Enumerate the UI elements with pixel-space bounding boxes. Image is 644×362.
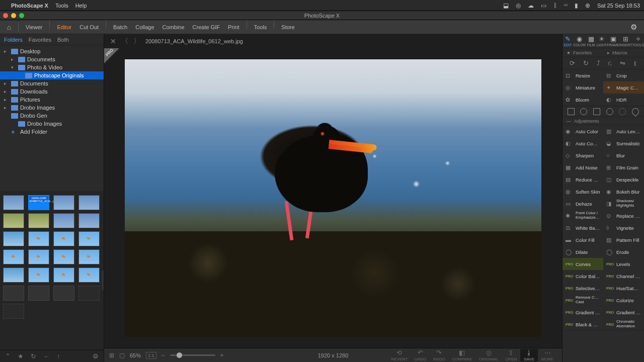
thumbnail[interactable] bbox=[3, 249, 24, 264]
thumbnail[interactable] bbox=[3, 231, 24, 246]
window-maximize-button[interactable] bbox=[19, 13, 24, 18]
dropbox-icon[interactable]: ⬓ bbox=[503, 2, 509, 9]
toolbar-tab-store[interactable]: Store bbox=[277, 20, 298, 34]
tool-miniature[interactable]: ◎Miniature bbox=[562, 81, 603, 94]
right-tab-film[interactable]: ▦FILM bbox=[586, 34, 596, 48]
star-icon[interactable]: ★ bbox=[18, 352, 24, 360]
zoom-percent[interactable]: 65% bbox=[130, 352, 141, 358]
toolbar-tab-create-gif[interactable]: Create GIF bbox=[189, 20, 224, 34]
thumbnail[interactable] bbox=[3, 213, 24, 228]
thumbnail[interactable] bbox=[53, 249, 74, 264]
tool-add-noise[interactable]: ▦Add Noise bbox=[562, 161, 603, 173]
tool-bloom[interactable]: ✿Bloom bbox=[562, 94, 603, 106]
thumbnail[interactable]: 1920x128020080713_ACA...jpg bbox=[28, 195, 49, 210]
thumbnail[interactable] bbox=[28, 267, 49, 283]
thumbnail[interactable] bbox=[78, 231, 100, 246]
sync-icon[interactable]: ◎ bbox=[516, 2, 521, 9]
transform-icon-0[interactable]: ⟳ bbox=[570, 59, 575, 67]
tree-item-documents[interactable]: ▸Documents bbox=[0, 79, 104, 87]
tool-hue-saturation[interactable]: PROHue/Saturation bbox=[603, 282, 644, 294]
thumbnail[interactable] bbox=[78, 213, 100, 228]
tab-both[interactable]: Both bbox=[57, 37, 69, 43]
app-menu[interactable]: PhotoScape X bbox=[11, 3, 48, 9]
transform-icon-4[interactable]: ⇋ bbox=[620, 59, 625, 67]
wifi-icon[interactable]: ⌔ bbox=[564, 2, 568, 9]
sort-icon[interactable]: ⌃ bbox=[5, 352, 11, 360]
right-tab-color[interactable]: ◉COLOR bbox=[573, 34, 586, 48]
tool-crop[interactable]: ⊟Crop bbox=[603, 69, 644, 81]
tool-curves[interactable]: PROCurves bbox=[562, 258, 603, 270]
revert-button[interactable]: ⟲REVERT bbox=[387, 349, 411, 361]
compare-button[interactable]: ◧COMPARE bbox=[448, 349, 475, 361]
tool-gradient-fill[interactable]: PROGradient Fill bbox=[562, 306, 603, 318]
up-icon[interactable]: ↑ bbox=[57, 352, 60, 360]
toolbar-tab-tools[interactable]: Tools bbox=[250, 20, 271, 34]
tool-levels[interactable]: PROLevels bbox=[603, 258, 644, 270]
zoom-slider[interactable] bbox=[170, 354, 215, 356]
spotlight-icon[interactable]: ⊕ bbox=[585, 2, 590, 9]
more-button[interactable]: ⋯MORE bbox=[538, 349, 557, 361]
right-tab-tools[interactable]: ✧TOOLS bbox=[632, 34, 644, 48]
panel-collapse-handle[interactable]: ◂ bbox=[102, 270, 104, 291]
redo-button[interactable]: ↷REDO bbox=[430, 349, 448, 361]
thumbnail[interactable] bbox=[3, 267, 24, 283]
home-icon[interactable]: ⌂ bbox=[3, 21, 15, 33]
right-tab-frame[interactable]: ▣FRAME bbox=[607, 34, 619, 48]
refresh-icon[interactable]: ↻ bbox=[31, 352, 36, 360]
favorites-toggle[interactable]: ★Favorites bbox=[562, 50, 603, 55]
toolbar-tab-cut-out[interactable]: Cut Out bbox=[75, 20, 103, 34]
bluetooth-icon[interactable]: ᛒ bbox=[553, 2, 557, 9]
tool-vignette[interactable]: ◊Vignette bbox=[603, 222, 644, 234]
tool-auto-levels[interactable]: ▥Auto Levels bbox=[603, 125, 644, 137]
thumbnail[interactable] bbox=[3, 286, 24, 301]
adjustments-header[interactable]: —Adjustments bbox=[562, 117, 644, 125]
close-file-icon[interactable]: ✕ bbox=[110, 37, 116, 45]
thumbnail[interactable] bbox=[53, 231, 74, 246]
thumbnail[interactable] bbox=[28, 249, 49, 264]
thumbnail[interactable] bbox=[3, 195, 24, 210]
tool-dehaze[interactable]: ▭Dehaze bbox=[562, 198, 603, 210]
menu-help[interactable]: Help bbox=[75, 3, 87, 9]
shape-ro[interactable] bbox=[593, 108, 600, 115]
tool-selective-color[interactable]: PROSelective Color bbox=[562, 282, 603, 294]
tool-color-fill[interactable]: ▬Color Fill bbox=[562, 234, 603, 246]
menubar-clock[interactable]: Sat 25 Sep 18:53 bbox=[597, 3, 640, 9]
transform-icon-1[interactable]: ↻ bbox=[583, 59, 589, 67]
toolbar-tab-editor[interactable]: Editor bbox=[53, 20, 75, 34]
tab-favorites[interactable]: Favorites bbox=[29, 37, 51, 43]
tab-folders[interactable]: Folders bbox=[4, 37, 23, 43]
back-icon[interactable]: ← bbox=[43, 352, 50, 360]
tool-gradient-map[interactable]: PROGradient Map bbox=[603, 306, 644, 318]
tool-point-color-emphasize-col-[interactable]: ✺Point Color /Emphasize Col. bbox=[562, 210, 603, 222]
toolbar-tab-batch[interactable]: Batch bbox=[109, 20, 131, 34]
tool-resize[interactable]: ⊡Resize bbox=[562, 69, 603, 81]
tree-item-documnets[interactable]: ▸Documnets bbox=[0, 55, 104, 63]
tool-chromatic-aberration[interactable]: PROChromaticAberration bbox=[603, 318, 644, 330]
toolbar-tab-collage[interactable]: Collage bbox=[131, 20, 158, 34]
tool-film-grain[interactable]: ⊞Film Grain bbox=[603, 161, 644, 173]
edited-image[interactable] bbox=[125, 59, 541, 337]
grid-icon[interactable]: ⊞ bbox=[109, 352, 114, 359]
thumbnail[interactable] bbox=[53, 195, 74, 210]
sidebar-gear-icon[interactable]: ⚙ bbox=[93, 352, 99, 360]
shape-sq[interactable] bbox=[568, 108, 575, 115]
tree-item-pictures[interactable]: ▸Pictures bbox=[0, 96, 104, 104]
tree-item-add-folder[interactable]: +Add Folder bbox=[0, 128, 104, 136]
tool-sharpen[interactable]: ◇Sharpen bbox=[562, 149, 603, 161]
tool-replace-color[interactable]: ⊙Replace Color bbox=[603, 210, 644, 222]
thumbnail[interactable] bbox=[53, 267, 74, 283]
tool-auto-contrast[interactable]: ◐Auto Contrast bbox=[562, 137, 603, 149]
macros-toggle[interactable]: ▸Macros bbox=[603, 50, 644, 55]
open-button[interactable]: ⇪OPEN bbox=[502, 349, 521, 361]
tool-remove-color-cast[interactable]: PRORemove ColorCast bbox=[562, 294, 603, 306]
original-button[interactable]: ◎ORIGINAL bbox=[475, 349, 502, 361]
fit-ratio-button[interactable]: 1:1 bbox=[146, 352, 156, 359]
thumbnail[interactable] bbox=[3, 304, 24, 319]
thumbnail[interactable] bbox=[78, 286, 100, 301]
tool-magic-color[interactable]: ✦Magic Color bbox=[603, 81, 644, 94]
toolbar-tab-viewer[interactable]: Viewer bbox=[22, 20, 46, 34]
tree-item-desktop[interactable]: ▸Desktop bbox=[0, 47, 104, 55]
tool-auto-color[interactable]: ◉Auto Color bbox=[562, 125, 603, 137]
shape-do[interactable] bbox=[619, 108, 626, 115]
tool-colorize[interactable]: PROColorize bbox=[603, 294, 644, 306]
